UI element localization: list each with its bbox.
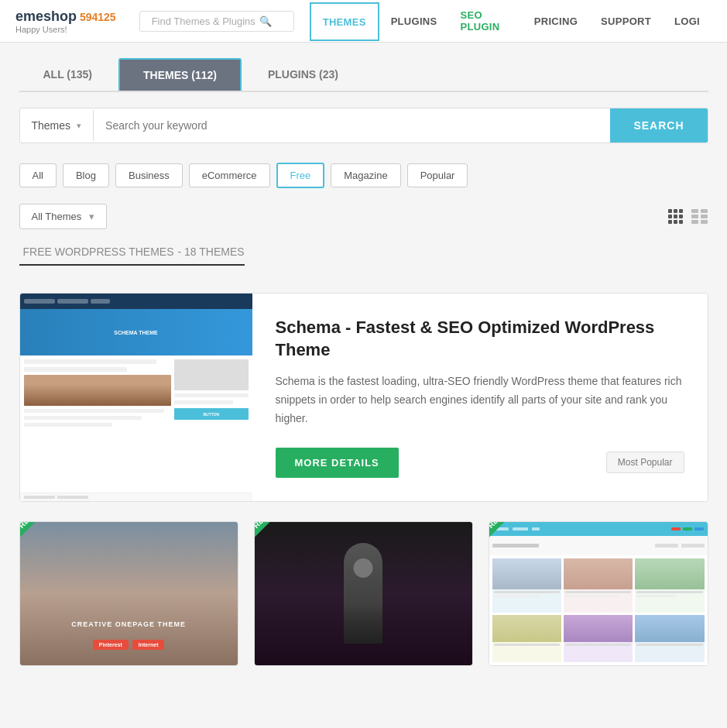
tab-plugins[interactable]: PLUGINS (23) — [244, 58, 362, 91]
theme-card-1[interactable]: FREE CREATIVE ONEPAGE THEME Pinterest In… — [19, 521, 238, 666]
grid-view-icon[interactable] — [668, 209, 684, 224]
card1-btn-pinterest: Pinterest — [93, 640, 129, 650]
featured-theme-actions: MORE DETAILS Most Popular — [276, 448, 684, 478]
search-category-label: Themes — [32, 119, 71, 132]
theme-card-2[interactable]: FREE — [254, 521, 473, 666]
section-title: FREE WORDPRESS THEMES- 18 THEMES — [19, 245, 245, 266]
section-header: FREE WORDPRESS THEMES- 18 THEMES — [19, 245, 708, 281]
search-icon: 🔍 — [259, 15, 272, 27]
tagline: Happy Users! — [15, 25, 116, 34]
search-input[interactable] — [94, 110, 610, 141]
search-button[interactable]: SEARCH — [610, 108, 707, 143]
logo-area: emeshop 594125 Happy Users! — [15, 9, 116, 34]
card1-label: CREATIVE ONEPAGE THEME — [71, 620, 186, 628]
featured-theme-description: Schema is the fastest loading, ultra-SEO… — [276, 373, 684, 428]
list-view-icon[interactable] — [691, 209, 708, 224]
nav-item-seo[interactable]: SEO PLUGIN — [449, 0, 523, 43]
tab-bar: ALL (135) THEMES (112) PLUGINS (23) — [19, 58, 708, 92]
chevron-down-icon: ▾ — [77, 121, 81, 131]
theme-card-3[interactable]: FREE — [489, 521, 708, 666]
nav-item-plugins[interactable]: PLUGINS — [379, 0, 449, 43]
logo-name: emeshop — [15, 9, 77, 24]
nav-item-themes[interactable]: THEMES — [310, 2, 379, 41]
main-content: ALL (135) THEMES (112) PLUGINS (23) Them… — [8, 43, 720, 682]
theme-card-2-image: FREE — [255, 522, 472, 665]
card1-buttons: Pinterest Internet — [93, 640, 165, 650]
theme-card-3-image: FREE — [489, 522, 707, 665]
chevron-down-icon: ▾ — [89, 211, 94, 222]
tab-all[interactable]: ALL (135) — [19, 58, 117, 91]
search-row: Themes ▾ SEARCH — [19, 108, 708, 143]
filter-free[interactable]: Free — [276, 163, 325, 188]
more-details-button[interactable]: MORE DETAILS — [276, 448, 399, 478]
filter-tags: All Blog Business eCommerce Free Magazin… — [19, 163, 708, 188]
nav-item-support[interactable]: SUPPORT — [589, 0, 663, 43]
nav-item-login[interactable]: LOGI — [663, 0, 712, 43]
filter-ecommerce[interactable]: eCommerce — [189, 163, 270, 187]
filter-all[interactable]: All — [19, 163, 57, 187]
header-search[interactable]: Find Themes & Plugins 🔍 — [139, 11, 294, 32]
header: emeshop 594125 Happy Users! Find Themes … — [0, 0, 727, 43]
featured-theme-image: SCHEMA THEME — [20, 294, 252, 501]
view-icons — [668, 209, 708, 224]
header-search-text: Find Themes & Plugins — [152, 15, 255, 27]
filter-popular[interactable]: Popular — [407, 163, 468, 187]
themes-grid: FREE CREATIVE ONEPAGE THEME Pinterest In… — [19, 521, 708, 666]
featured-theme-title: Schema - Fastest & SEO Optimized WordPre… — [276, 317, 684, 361]
filter-business[interactable]: Business — [115, 163, 183, 187]
featured-theme-content: Schema - Fastest & SEO Optimized WordPre… — [252, 294, 708, 501]
all-themes-label: All Themes — [32, 211, 82, 222]
view-controls: All Themes ▾ — [19, 204, 708, 229]
search-category-dropdown[interactable]: Themes ▾ — [20, 110, 94, 141]
all-themes-dropdown[interactable]: All Themes ▾ — [19, 204, 108, 229]
popular-badge: Most Popular — [606, 452, 684, 473]
theme-card-1-image: FREE CREATIVE ONEPAGE THEME Pinterest In… — [20, 522, 238, 665]
card1-btn-internet: Internet — [132, 640, 165, 650]
tab-themes[interactable]: THEMES (112) — [118, 58, 242, 91]
featured-theme-card: SCHEMA THEME — [19, 293, 708, 502]
filter-magazine[interactable]: Magazine — [331, 163, 400, 187]
nav-item-pricing[interactable]: PRICING — [523, 0, 589, 43]
logo: emeshop 594125 — [15, 9, 116, 25]
main-nav: THEMES PLUGINS SEO PLUGIN PRICING SUPPOR… — [310, 0, 712, 43]
filter-blog[interactable]: Blog — [63, 163, 109, 187]
user-count: 594125 — [80, 11, 116, 23]
